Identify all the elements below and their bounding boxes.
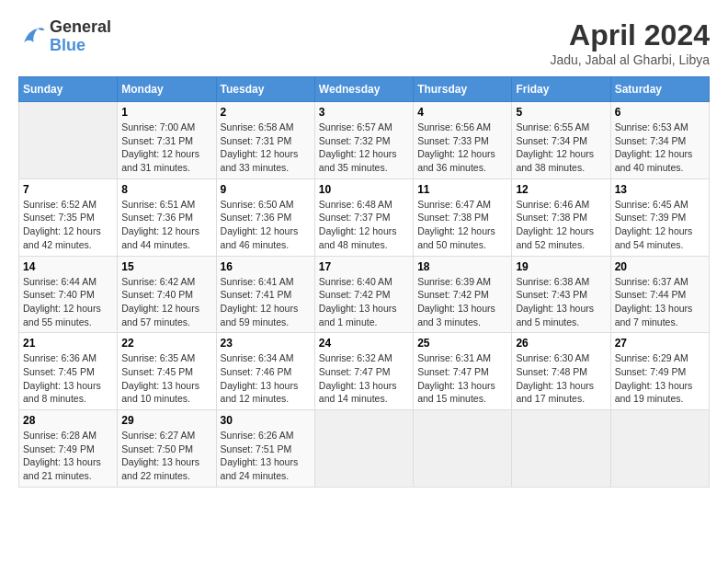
weekday-header-sunday: Sunday [19,77,118,102]
day-info: Sunrise: 6:46 AMSunset: 7:38 PMDaylight:… [516,198,606,252]
calendar-header: SundayMondayTuesdayWednesdayThursdayFrid… [19,77,710,102]
day-number: 19 [516,260,606,273]
calendar-week-row: 28Sunrise: 6:28 AMSunset: 7:49 PMDayligh… [19,410,710,488]
day-number: 5 [516,106,606,119]
calendar-cell [512,410,610,488]
day-info: Sunrise: 6:36 AMSunset: 7:45 PMDaylight:… [23,351,113,406]
page-header: General Blue April 2024 Jadu, Jabal al G… [18,18,710,67]
day-info: Sunrise: 6:26 AMSunset: 7:51 PMDaylight:… [221,429,311,483]
calendar-cell [610,410,709,488]
day-info: Sunrise: 6:31 AMSunset: 7:47 PMDaylight:… [417,351,507,406]
day-info: Sunrise: 6:56 AMSunset: 7:33 PMDaylight:… [417,121,507,175]
day-number: 2 [221,106,311,119]
day-number: 1 [121,106,211,119]
calendar-cell [19,102,118,179]
day-info: Sunrise: 6:55 AMSunset: 7:34 PMDaylight:… [516,121,606,175]
calendar-cell: 23Sunrise: 6:34 AMSunset: 7:46 PMDayligh… [216,333,314,410]
weekday-header-row: SundayMondayTuesdayWednesdayThursdayFrid… [19,77,710,102]
calendar-cell: 28Sunrise: 6:28 AMSunset: 7:49 PMDayligh… [19,410,118,488]
calendar-cell: 11Sunrise: 6:47 AMSunset: 7:38 PMDayligh… [414,178,512,256]
day-info: Sunrise: 6:47 AMSunset: 7:38 PMDaylight:… [417,198,507,252]
calendar-cell: 27Sunrise: 6:29 AMSunset: 7:49 PMDayligh… [610,333,709,410]
day-number: 7 [23,183,113,196]
calendar-week-row: 7Sunrise: 6:52 AMSunset: 7:35 PMDaylight… [19,178,710,256]
calendar-cell: 17Sunrise: 6:40 AMSunset: 7:42 PMDayligh… [314,256,413,333]
calendar-cell: 24Sunrise: 6:32 AMSunset: 7:47 PMDayligh… [314,333,413,410]
calendar-cell: 4Sunrise: 6:56 AMSunset: 7:33 PMDaylight… [414,102,512,179]
calendar-cell: 14Sunrise: 6:44 AMSunset: 7:40 PMDayligh… [19,256,118,333]
calendar-cell [414,410,512,488]
day-number: 24 [319,337,409,350]
day-number: 25 [417,337,507,350]
calendar-cell: 22Sunrise: 6:35 AMSunset: 7:45 PMDayligh… [118,333,216,410]
day-number: 20 [615,260,705,273]
calendar-week-row: 1Sunrise: 7:00 AMSunset: 7:31 PMDaylight… [19,102,710,179]
calendar-cell: 16Sunrise: 6:41 AMSunset: 7:41 PMDayligh… [216,256,314,333]
day-number: 21 [23,337,113,350]
day-number: 10 [319,183,409,196]
month-year-title: April 2024 [550,18,710,52]
calendar-cell [314,410,413,488]
day-info: Sunrise: 6:48 AMSunset: 7:37 PMDaylight:… [319,198,409,252]
day-info: Sunrise: 6:28 AMSunset: 7:49 PMDaylight:… [23,429,113,483]
day-number: 26 [516,337,606,350]
weekday-header-monday: Monday [118,77,216,102]
weekday-header-saturday: Saturday [610,77,709,102]
calendar-cell: 29Sunrise: 6:27 AMSunset: 7:50 PMDayligh… [118,410,216,488]
day-number: 16 [221,260,311,273]
calendar-cell: 19Sunrise: 6:38 AMSunset: 7:43 PMDayligh… [512,256,610,333]
day-number: 22 [121,337,211,350]
calendar-cell: 12Sunrise: 6:46 AMSunset: 7:38 PMDayligh… [512,178,610,256]
calendar-cell: 9Sunrise: 6:50 AMSunset: 7:36 PMDaylight… [216,178,314,256]
weekday-header-wednesday: Wednesday [314,77,413,102]
calendar-cell: 18Sunrise: 6:39 AMSunset: 7:42 PMDayligh… [414,256,512,333]
calendar-cell: 7Sunrise: 6:52 AMSunset: 7:35 PMDaylight… [19,178,118,256]
calendar-cell: 26Sunrise: 6:30 AMSunset: 7:48 PMDayligh… [512,333,610,410]
day-info: Sunrise: 6:30 AMSunset: 7:48 PMDaylight:… [516,351,606,406]
title-block: April 2024 Jadu, Jabal al Gharbi, Libya [550,18,710,67]
logo-text: General Blue [50,18,111,55]
calendar-cell: 6Sunrise: 6:53 AMSunset: 7:34 PMDaylight… [610,102,709,179]
day-number: 17 [319,260,409,273]
day-info: Sunrise: 6:37 AMSunset: 7:44 PMDaylight:… [615,275,705,329]
day-number: 4 [417,106,507,119]
calendar-cell: 25Sunrise: 6:31 AMSunset: 7:47 PMDayligh… [414,333,512,410]
calendar-cell: 21Sunrise: 6:36 AMSunset: 7:45 PMDayligh… [19,333,118,410]
day-info: Sunrise: 6:58 AMSunset: 7:31 PMDaylight:… [221,121,311,175]
day-number: 13 [615,183,705,196]
day-info: Sunrise: 6:42 AMSunset: 7:40 PMDaylight:… [121,275,211,329]
day-info: Sunrise: 7:00 AMSunset: 7:31 PMDaylight:… [121,121,211,175]
day-number: 3 [319,106,409,119]
calendar-cell: 10Sunrise: 6:48 AMSunset: 7:37 PMDayligh… [314,178,413,256]
day-info: Sunrise: 6:39 AMSunset: 7:42 PMDaylight:… [417,275,507,329]
day-number: 30 [221,414,311,427]
day-info: Sunrise: 6:44 AMSunset: 7:40 PMDaylight:… [23,275,113,329]
calendar-cell: 1Sunrise: 7:00 AMSunset: 7:31 PMDaylight… [118,102,216,179]
day-number: 15 [121,260,211,273]
calendar-cell: 8Sunrise: 6:51 AMSunset: 7:36 PMDaylight… [118,178,216,256]
logo-bird-icon [18,23,46,51]
calendar-cell: 20Sunrise: 6:37 AMSunset: 7:44 PMDayligh… [610,256,709,333]
day-info: Sunrise: 6:35 AMSunset: 7:45 PMDaylight:… [121,351,211,406]
day-number: 6 [615,106,705,119]
day-info: Sunrise: 6:32 AMSunset: 7:47 PMDaylight:… [319,351,409,406]
day-info: Sunrise: 6:40 AMSunset: 7:42 PMDaylight:… [319,275,409,329]
location-subtitle: Jadu, Jabal al Gharbi, Libya [550,52,710,67]
calendar-cell: 2Sunrise: 6:58 AMSunset: 7:31 PMDaylight… [216,102,314,179]
calendar-cell: 15Sunrise: 6:42 AMSunset: 7:40 PMDayligh… [118,256,216,333]
calendar-week-row: 21Sunrise: 6:36 AMSunset: 7:45 PMDayligh… [19,333,710,410]
day-info: Sunrise: 6:57 AMSunset: 7:32 PMDaylight:… [319,121,409,175]
day-info: Sunrise: 6:45 AMSunset: 7:39 PMDaylight:… [615,198,705,252]
day-info: Sunrise: 6:41 AMSunset: 7:41 PMDaylight:… [221,275,311,329]
day-number: 29 [121,414,211,427]
day-number: 9 [221,183,311,196]
logo: General Blue [18,18,111,55]
day-number: 23 [221,337,311,350]
day-info: Sunrise: 6:34 AMSunset: 7:46 PMDaylight:… [221,351,311,406]
calendar-cell: 13Sunrise: 6:45 AMSunset: 7:39 PMDayligh… [610,178,709,256]
day-number: 14 [23,260,113,273]
calendar-body: 1Sunrise: 7:00 AMSunset: 7:31 PMDaylight… [19,102,710,488]
day-info: Sunrise: 6:53 AMSunset: 7:34 PMDaylight:… [615,121,705,175]
calendar-table: SundayMondayTuesdayWednesdayThursdayFrid… [18,76,710,488]
calendar-week-row: 14Sunrise: 6:44 AMSunset: 7:40 PMDayligh… [19,256,710,333]
